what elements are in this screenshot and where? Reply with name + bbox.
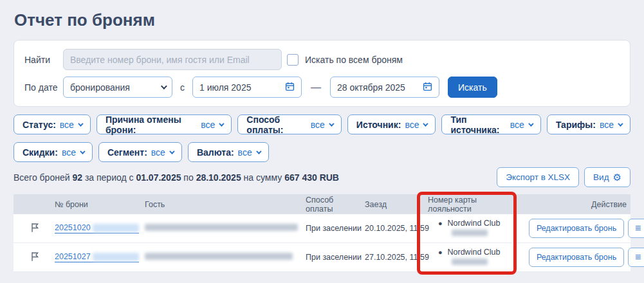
redacted-guest-name	[145, 224, 298, 231]
summary-text: Всего броней 92 за период с 01.07.2025 п…	[14, 172, 339, 183]
from-label: с	[180, 82, 185, 93]
date-to-input[interactable]: 28 октября 2025	[330, 77, 439, 98]
chevron-down-icon	[256, 149, 261, 154]
search-button[interactable]: Искать	[448, 77, 497, 98]
booking-number-link[interactable]: 20251020	[55, 223, 139, 233]
bullet-icon: ●	[438, 219, 443, 227]
chevron-down-icon	[169, 149, 174, 154]
chip-value: все	[600, 120, 614, 130]
search-input[interactable]	[63, 49, 282, 70]
flag-icon[interactable]	[30, 223, 39, 233]
edit-booking-button[interactable]: Редактировать бронь	[529, 219, 624, 238]
chevron-down-icon	[78, 121, 83, 126]
filter-cancel-reason[interactable]: Причина отмены брони: все	[97, 114, 232, 134]
chip-label: Скидки:	[23, 147, 58, 158]
redacted-text	[93, 253, 139, 261]
chip-label: Тип источника:	[450, 114, 506, 135]
search-all-checkbox[interactable]	[287, 54, 299, 66]
date-from-value: 1 июля 2025	[199, 82, 251, 93]
chip-label: Способ оплаты:	[246, 114, 306, 135]
date-to-value: 28 октября 2025	[337, 82, 405, 93]
chip-label: Статус:	[23, 120, 56, 130]
filter-segment[interactable]: Сегмент: все	[98, 142, 182, 162]
loyalty-program-name: Nordwind Club	[448, 219, 501, 228]
summary-period-prefix: за период с	[85, 172, 134, 183]
table-row: 20251027 При заселении 27.10.2025, 11:59…	[14, 243, 630, 272]
header-booking-number: № брони	[42, 200, 145, 209]
date-from-input[interactable]: 1 июля 2025	[192, 77, 302, 98]
chevron-down-icon	[423, 121, 428, 126]
summary-period-from: 01.07.2025	[136, 172, 181, 183]
booking-number-link[interactable]: 20251027	[55, 252, 139, 262]
filter-currency[interactable]: Валюта: все	[188, 142, 269, 162]
search-panel: Найти Искать по всем броням По дате брон…	[14, 40, 630, 107]
find-label: Найти	[24, 55, 63, 65]
filter-source-type[interactable]: Тип источника: все	[441, 114, 540, 134]
chip-label: Тарифы:	[556, 120, 596, 130]
header-checkin: Заезд	[362, 200, 419, 209]
page-title: Отчет по броням	[14, 10, 644, 30]
chip-label: Валюта:	[197, 147, 234, 158]
loyalty-card-cell: ● Nordwind Club	[429, 248, 529, 267]
chevron-down-icon	[219, 121, 224, 126]
redacted-card-number	[452, 259, 488, 265]
filter-status[interactable]: Статус: все	[14, 114, 91, 134]
header-loyalty-card: Номер карты лояльности	[419, 196, 519, 214]
chip-label: Причина отмены брони:	[106, 114, 197, 135]
chevron-down-icon	[329, 121, 334, 126]
gear-icon: ⚙	[613, 172, 621, 182]
redacted-text	[93, 224, 139, 232]
filter-source[interactable]: Источник: все	[347, 114, 436, 134]
summary-period-to: 28.10.2025	[196, 172, 241, 183]
summary-row: Всего броней 92 за период с 01.07.2025 п…	[14, 167, 630, 187]
filter-discounts[interactable]: Скидки: все	[14, 142, 93, 162]
filter-tariffs[interactable]: Тарифы: все	[547, 114, 630, 134]
chip-value: все	[151, 147, 165, 158]
checkin-cell: 27.10.2025, 11:59	[362, 253, 429, 262]
chip-value: все	[238, 147, 252, 158]
by-date-label: По дате	[24, 82, 63, 93]
summary-period-to-prefix: по	[183, 172, 193, 183]
table-row: 20251020 При заселении 20.10.2025, 11:59…	[14, 214, 630, 243]
chip-value: все	[405, 120, 419, 130]
payment-method-cell: При заселении	[303, 253, 362, 262]
filter-chips-row-2: Скидки: все Сегмент: все Валюта: все	[14, 142, 630, 162]
calendar-icon	[423, 82, 432, 93]
chip-value: все	[510, 120, 524, 130]
search-row: Найти Искать по всем броням	[24, 49, 620, 70]
filter-payment-method[interactable]: Способ оплаты: все	[237, 114, 341, 134]
row-menu-button[interactable]: ≡	[628, 248, 644, 267]
chip-label: Сегмент:	[107, 147, 147, 158]
header-action: Действие	[519, 200, 630, 209]
bookings-table: № брони Гость Способ оплаты Заезд Номер …	[14, 194, 630, 272]
menu-icon: ≡	[635, 223, 641, 233]
summary-count: 92	[72, 172, 82, 183]
summary-amount-prefix: на сумму	[244, 172, 282, 183]
chevron-down-icon	[161, 83, 167, 89]
filter-chips-row-1: Статус: все Причина отмены брони: все Сп…	[14, 114, 630, 134]
date-type-value: бронирования	[70, 82, 130, 93]
row-menu-button[interactable]: ≡	[628, 219, 644, 238]
table-header-row: № брони Гость Способ оплаты Заезд Номер …	[14, 194, 630, 214]
chip-value: все	[201, 120, 215, 130]
date-type-select[interactable]: бронирования	[63, 77, 172, 98]
date-filter-row: По дате бронирования с 1 июля 2025	[24, 77, 620, 98]
search-all-label: Искать по всем броням	[305, 55, 403, 65]
toolbar: Экспорт в XLSX Вид ⚙	[497, 167, 630, 187]
chevron-down-icon	[618, 121, 623, 126]
flag-icon[interactable]	[30, 251, 39, 262]
calendar-icon	[285, 82, 295, 93]
loyalty-card-cell: ● Nordwind Club	[429, 219, 529, 238]
loyalty-program-name: Nordwind Club	[448, 248, 501, 257]
export-xlsx-button[interactable]: Экспорт в XLSX	[497, 167, 579, 187]
payment-method-cell: При заселении	[303, 224, 362, 233]
view-settings-button[interactable]: Вид ⚙	[584, 167, 630, 187]
redacted-guest-name	[145, 253, 293, 260]
view-button-label: Вид	[593, 172, 609, 182]
summary-amount: 667 430 RUB	[284, 172, 339, 183]
booking-number: 20251020	[55, 223, 91, 232]
edit-booking-button[interactable]: Редактировать бронь	[529, 248, 624, 267]
menu-icon: ≡	[635, 252, 641, 262]
chip-label: Источник:	[356, 120, 401, 130]
chevron-down-icon	[528, 121, 533, 126]
